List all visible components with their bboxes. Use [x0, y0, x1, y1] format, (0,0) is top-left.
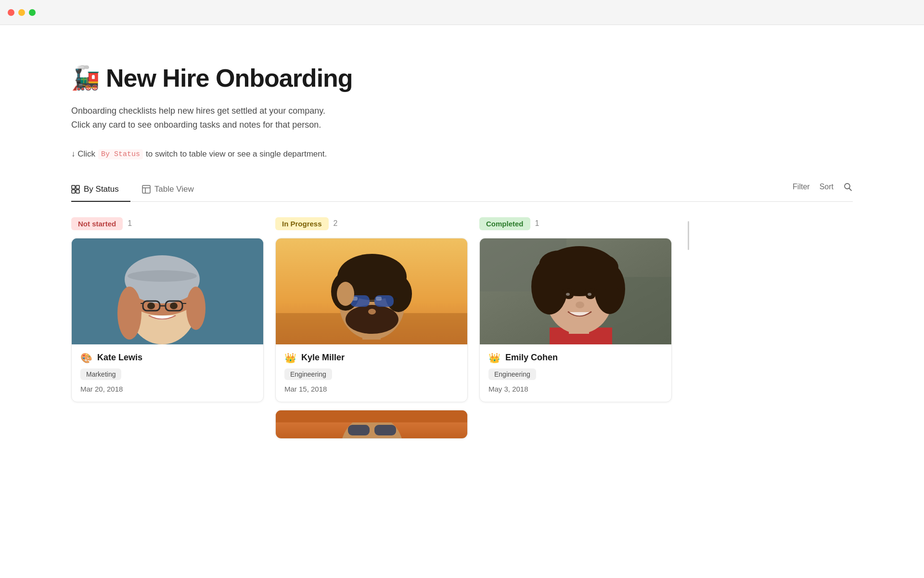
card-kate-lewis[interactable]: 🎨 Kate Lewis Marketing Mar 20, 2018	[71, 238, 264, 402]
svg-point-67	[566, 293, 570, 296]
svg-rect-2	[72, 190, 75, 193]
card-name-row-kyle-miller: 👑 Kyle Miller	[284, 352, 459, 364]
card-body-kyle-miller: 👑 Kyle Miller Engineering Mar 15, 2018	[276, 344, 467, 402]
svg-point-62	[553, 247, 606, 274]
filter-label: Filter	[793, 183, 810, 191]
minimize-button[interactable]	[18, 9, 25, 16]
hint-text: ↓ Click By Status to switch to table vie…	[71, 149, 853, 159]
hint-highlight-link[interactable]: By Status	[98, 149, 143, 159]
card-emoji-emily-cohen: 👑	[488, 352, 500, 364]
svg-point-25	[117, 287, 141, 340]
close-button[interactable]	[8, 9, 14, 16]
card-dept-kate-lewis: Marketing	[80, 368, 121, 380]
grid-icon	[71, 184, 80, 194]
maximize-button[interactable]	[29, 9, 36, 16]
card-name-kyle-miller: Kyle Miller	[301, 353, 345, 363]
column-edge-bar	[688, 221, 689, 250]
tab-table-view[interactable]: Table View	[142, 179, 205, 202]
tabs-right: Filter Sort	[793, 182, 853, 197]
card-photo-emily-cohen	[480, 238, 671, 344]
svg-point-23	[147, 302, 155, 309]
card-photo-kyle-miller	[276, 238, 467, 344]
tab-table-view-label: Table View	[154, 184, 194, 194]
card-date-kate-lewis: Mar 20, 2018	[80, 385, 255, 393]
column-header-not-started: Not started 1	[71, 217, 264, 230]
svg-point-26	[186, 287, 205, 330]
hint-arrow: ↓ Click	[71, 149, 95, 159]
card-emily-cohen[interactable]: 👑 Emily Cohen Engineering May 3, 2018	[479, 238, 672, 402]
status-badge-in-progress: In Progress	[275, 217, 329, 230]
titlebar	[0, 0, 924, 25]
svg-rect-3	[76, 190, 79, 193]
tab-by-status-label: By Status	[84, 184, 119, 194]
table-icon	[142, 184, 151, 194]
page-description: Onboarding checklists help new hires get…	[71, 104, 408, 132]
hint-suffix: to switch to table view or see a single …	[146, 149, 327, 159]
svg-point-69	[576, 302, 584, 308]
card-name-emily-cohen: Emily Cohen	[505, 353, 558, 363]
svg-rect-1	[76, 185, 79, 189]
main-content: 🚂 New Hire Onboarding Onboarding checkli…	[0, 25, 924, 485]
tab-by-status[interactable]: By Status	[71, 179, 130, 202]
column-completed: Completed 1	[479, 217, 672, 410]
filter-button[interactable]: Filter	[793, 183, 810, 191]
sort-button[interactable]: Sort	[820, 183, 834, 191]
status-badge-completed: Completed	[479, 217, 530, 230]
column-header-completed: Completed 1	[479, 217, 672, 230]
column-in-progress: In Progress 2	[275, 217, 468, 447]
add-column-indicator	[683, 217, 693, 250]
svg-point-63	[539, 283, 557, 310]
column-count-completed: 1	[535, 219, 539, 228]
card-partial-in-progress[interactable]	[275, 410, 468, 439]
svg-rect-47	[276, 410, 467, 422]
card-dept-kyle-miller: Engineering	[284, 368, 332, 380]
tabs-left: By Status Table View	[71, 179, 217, 201]
board: Not started 1	[71, 217, 853, 447]
tabs-row: By Status Table View Filter Sort	[71, 179, 853, 202]
svg-rect-48	[348, 425, 370, 435]
card-date-emily-cohen: May 3, 2018	[488, 385, 663, 393]
card-body-emily-cohen: 👑 Emily Cohen Engineering May 3, 2018	[480, 344, 671, 402]
card-dept-emily-cohen: Engineering	[488, 368, 536, 380]
status-badge-not-started: Not started	[71, 217, 123, 230]
card-kyle-miller[interactable]: 👑 Kyle Miller Engineering Mar 15, 2018	[275, 238, 468, 402]
card-name-kate-lewis: Kate Lewis	[97, 353, 142, 363]
svg-line-8	[849, 188, 852, 191]
svg-rect-42	[376, 297, 382, 301]
svg-point-44	[337, 282, 354, 306]
search-icon	[843, 182, 853, 192]
card-date-kyle-miller: Mar 15, 2018	[284, 385, 459, 393]
column-count-not-started: 1	[128, 219, 132, 228]
sort-label: Sort	[820, 183, 834, 191]
column-count-in-progress: 2	[334, 219, 338, 228]
card-emoji-kyle-miller: 👑	[284, 352, 296, 364]
card-name-row-emily-cohen: 👑 Emily Cohen	[488, 352, 663, 364]
card-name-row-kate-lewis: 🎨 Kate Lewis	[80, 352, 255, 364]
page-title-row: 🚂 New Hire Onboarding	[71, 64, 853, 92]
svg-rect-4	[142, 185, 150, 193]
card-emoji-kate-lewis: 🎨	[80, 352, 92, 364]
column-header-in-progress: In Progress 2	[275, 217, 468, 230]
svg-rect-49	[374, 425, 396, 435]
svg-point-64	[605, 283, 619, 307]
svg-point-68	[588, 293, 591, 296]
card-body-kate-lewis: 🎨 Kate Lewis Marketing Mar 20, 2018	[72, 344, 263, 402]
svg-point-43	[368, 309, 376, 315]
column-not-started: Not started 1	[71, 217, 264, 410]
card-photo-kate-lewis	[72, 238, 263, 344]
svg-point-17	[128, 270, 197, 282]
page-emoji: 🚂	[71, 66, 100, 90]
svg-point-24	[170, 302, 178, 309]
search-button[interactable]	[843, 182, 853, 192]
card-photo-partial	[276, 410, 467, 439]
page-title: New Hire Onboarding	[106, 64, 353, 92]
svg-rect-0	[72, 185, 75, 189]
